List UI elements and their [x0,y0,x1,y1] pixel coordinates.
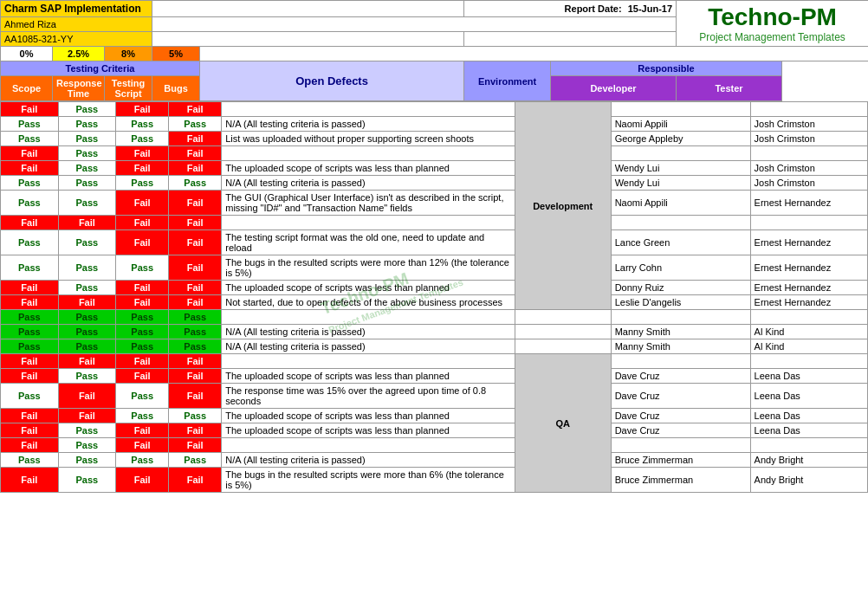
bugs-cell: Fail [169,384,222,409]
script-cell: Fail [116,438,169,453]
responsible-header: Responsible [551,61,782,76]
bugs-cell: Pass [169,409,222,423]
scope-cell: Pass [1,176,59,191]
bugs-cell: Fail [169,161,222,176]
col-tester: Tester [677,76,782,101]
script-cell: Pass [116,384,169,409]
response-cell: Pass [58,102,116,117]
col-scope: Scope [1,76,53,101]
defect-cell: N/A (All testing criteria is passed) [222,117,515,132]
main-table: Charm SAP Implementation Report Date: 15… [0,0,868,101]
developer-cell: Naomi Appili [611,191,750,216]
developer-cell: Larry Cohn [611,255,750,281]
table-row: PassPassPassPassN/A (All testing criteri… [1,339,868,354]
response-cell: Pass [58,438,116,453]
tester-cell: Ernest Hernandez [750,295,867,310]
table-row: PassPassPassPassN/A (All testing criteri… [1,453,868,468]
tester-cell: Josh Crimston [750,117,867,132]
col-bugs: Bugs [152,76,200,101]
table-row: FailFailFailFailNot started, due to open… [1,295,868,310]
developer-cell: Leslie D'angelis [611,295,750,310]
bugs-cell: Fail [169,295,222,310]
spacer-5 [200,47,868,61]
col-developer: Developer [551,76,677,101]
developer-cell: Wendy Lui [611,161,750,176]
bugs-cell: Pass [169,117,222,132]
response-cell: Pass [58,146,116,161]
col-response: Response Time [53,76,105,101]
tester-cell: Josh Crimston [750,132,867,146]
tester-cell: Leena Das [750,423,867,438]
table-row: PassPassPassPassN/A (All testing criteri… [1,176,868,191]
response-cell: Pass [58,230,116,255]
table-row: FailFailPassPassThe uploaded scope of sc… [1,409,868,423]
open-defects-header: Open Defects [200,61,464,101]
tester-cell [750,310,867,325]
script-cell: Pass [116,339,169,354]
bugs-cell: Pass [169,176,222,191]
spacer-4 [464,32,677,47]
defect-cell: The response time was 15% over the agree… [222,384,515,409]
defect-cell: List was uploaded without proper support… [222,132,515,146]
scope-cell: Fail [1,216,59,230]
response-cell: Pass [58,255,116,281]
table-row: FailPassFailFailThe uploaded scope of sc… [1,161,868,176]
script-cell: Fail [116,230,169,255]
pct-row: 0% 2.5% 8% 5% [1,47,869,61]
table-row: PassPassPassFailThe bugs in the resulted… [1,255,868,281]
developer-cell: Naomi Appili [611,117,750,132]
defect-cell [222,354,515,369]
tester-cell [750,216,867,230]
env-cell-dev: Development [515,102,611,310]
response-cell: Pass [58,339,116,354]
scope-cell: Fail [1,423,59,438]
scope-cell: Fail [1,102,59,117]
defect-cell: The uploaded scope of scripts was less t… [222,281,515,295]
defect-cell: The bugs in the resulted scripts were mo… [222,255,515,281]
developer-cell: Wendy Lui [611,176,750,191]
developer-cell: Manny Smith [611,325,750,339]
table-row: FailPassFailFailThe uploaded scope of sc… [1,423,868,438]
defect-cell [222,216,515,230]
scope-cell: Pass [1,255,59,281]
scope-cell: Fail [1,409,59,423]
defect-cell [222,310,515,325]
defect-cell [222,146,515,161]
pct-8: 8% [105,47,152,61]
tester-cell: Ernest Hernandez [750,230,867,255]
script-cell: Pass [116,255,169,281]
developer-cell [611,102,750,117]
scope-cell: Pass [1,230,59,255]
scope-cell: Pass [1,453,59,468]
script-cell: Pass [116,132,169,146]
bugs-cell: Fail [169,354,222,369]
tester-cell [750,354,867,369]
defect-cell: N/A (All testing criteria is passed) [222,176,515,191]
response-cell: Pass [58,117,116,132]
developer-cell: Lance Green [611,230,750,255]
defect-cell: The GUI (Graphical User Interface) isn't… [222,191,515,216]
bugs-cell: Fail [169,132,222,146]
response-cell: Pass [58,132,116,146]
bugs-cell: Pass [169,325,222,339]
developer-cell: Donny Ruiz [611,281,750,295]
script-cell: Fail [116,354,169,369]
defect-cell [222,438,515,453]
bugs-cell: Fail [169,216,222,230]
bugs-cell: Fail [169,191,222,216]
developer-cell: George Appleby [611,132,750,146]
section-header-row: Testing Criteria Open Defects Environmen… [1,61,869,76]
table-row: FailPassFailFailDevelopment [1,102,868,117]
scope-cell: Fail [1,438,59,453]
env-cell-empty [515,310,611,325]
col-testing-script: Testing Script [105,76,152,101]
developer-cell: Dave Cruz [611,423,750,438]
table-row: PassFailPassFailThe response time was 15… [1,384,868,409]
response-cell: Pass [58,191,116,216]
tester-cell: Andy Bright [750,453,867,468]
defect-cell: The uploaded scope of scripts was less t… [222,161,515,176]
table-row: FailFailFailFail [1,216,868,230]
script-cell: Fail [116,102,169,117]
script-cell: Pass [116,117,169,132]
script-cell: Pass [116,409,169,423]
